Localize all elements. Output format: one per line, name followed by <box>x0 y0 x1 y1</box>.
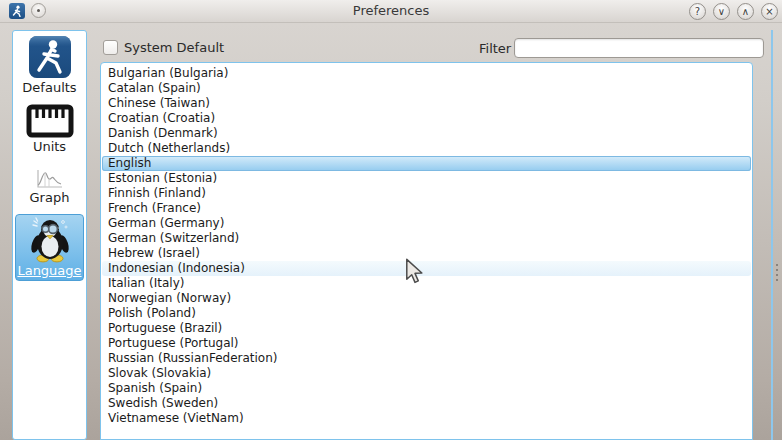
sidebar-item-graph[interactable]: Graph <box>15 168 84 205</box>
list-item[interactable]: Danish (Denmark) <box>102 126 751 141</box>
hiker-icon <box>15 34 84 80</box>
window-title: Preferences <box>0 0 782 22</box>
list-item[interactable]: Catalan (Spain) <box>102 81 751 96</box>
list-item[interactable]: Croatian (Croatia) <box>102 111 751 126</box>
sidebar-item-label: Defaults <box>15 80 84 95</box>
list-item[interactable]: Hebrew (Israel) <box>102 246 751 261</box>
list-item[interactable]: Polish (Poland) <box>102 306 751 321</box>
list-item[interactable]: Russian (RussianFederation) <box>102 351 751 366</box>
list-item[interactable]: English <box>102 156 751 171</box>
list-item[interactable]: German (Germany) <box>102 216 751 231</box>
list-item[interactable]: Indonesian (Indonesia) <box>102 261 751 276</box>
preferences-dialog: Preferences ? ∨ ∧ × <box>0 0 782 440</box>
splitter-line <box>771 30 773 440</box>
shade-down-button[interactable]: ∨ <box>713 3 730 20</box>
list-item[interactable]: Bulgarian (Bulgaria) <box>102 66 751 81</box>
list-item[interactable]: Norwegian (Norway) <box>102 291 751 306</box>
ruler-icon <box>15 103 84 139</box>
filter-input[interactable] <box>514 38 764 58</box>
list-item[interactable]: Italian (Italy) <box>102 276 751 291</box>
graph-icon <box>15 168 84 190</box>
system-default-label: System Default <box>124 40 224 55</box>
sidebar: Defaults Units Graph <box>12 30 87 440</box>
list-item[interactable]: Finnish (Finland) <box>102 186 751 201</box>
sidebar-item-language[interactable]: Language <box>15 214 84 281</box>
list-item[interactable]: Portuguese (Brazil) <box>102 321 751 336</box>
list-item[interactable]: French (France) <box>102 201 751 216</box>
filter-label: Filter <box>479 41 511 56</box>
sidebar-item-label: Units <box>15 139 84 154</box>
list-item[interactable]: Vietnamese (VietNam) <box>102 411 751 426</box>
list-item[interactable]: Slovak (Slovakia) <box>102 366 751 381</box>
list-item[interactable]: German (Switzerland) <box>102 231 751 246</box>
shade-up-button[interactable]: ∧ <box>737 3 754 20</box>
list-item[interactable]: Chinese (Taiwan) <box>102 96 751 111</box>
help-button[interactable]: ? <box>689 3 706 20</box>
system-default-checkbox[interactable] <box>103 40 118 55</box>
list-item[interactable]: Portuguese (Portugal) <box>102 336 751 351</box>
titlebar[interactable]: Preferences ? ∨ ∧ × <box>0 0 782 23</box>
close-button[interactable]: × <box>761 3 778 20</box>
sidebar-item-label: Language <box>16 263 83 278</box>
sidebar-item-label: Graph <box>15 190 84 205</box>
language-list: Bulgarian (Bulgaria)Catalan (Spain)Chine… <box>100 62 753 440</box>
penguin-icon <box>16 215 83 263</box>
sidebar-item-units[interactable]: Units <box>15 103 84 154</box>
splitter-handle[interactable] <box>776 264 779 284</box>
list-item[interactable]: Dutch (Netherlands) <box>102 141 751 156</box>
list-item[interactable]: Estonian (Estonia) <box>102 171 751 186</box>
list-item[interactable]: Spanish (Spain) <box>102 381 751 396</box>
list-item[interactable]: Swedish (Sweden) <box>102 396 751 411</box>
sidebar-item-defaults[interactable]: Defaults <box>15 34 84 95</box>
